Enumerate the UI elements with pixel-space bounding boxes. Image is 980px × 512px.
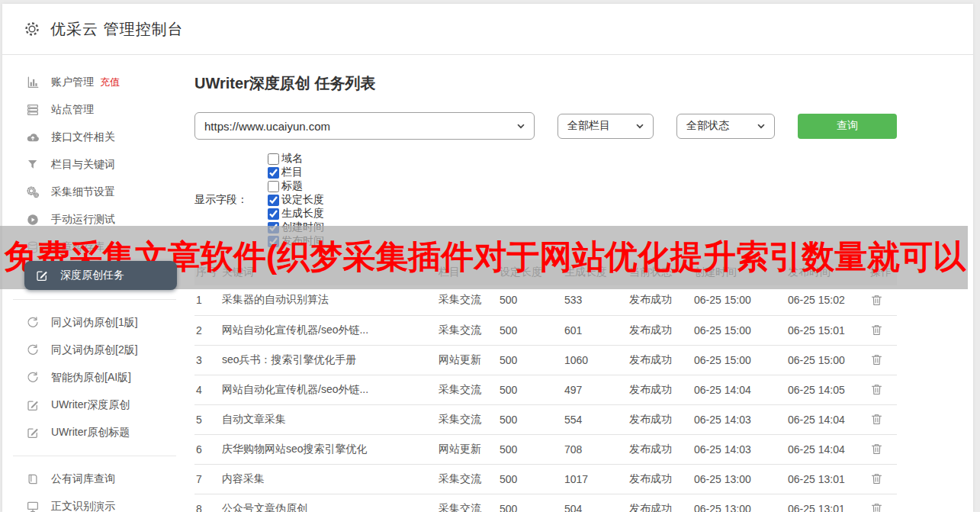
cell-created: 06-25 13:00 [692,464,786,494]
recharge-badge[interactable]: 充值 [100,76,120,89]
column-select[interactable]: 全部栏目 [557,114,654,139]
sidebar-item-label: 正文识别演示 [51,500,115,512]
delete-task-button[interactable] [870,353,883,367]
cell-created: 06-25 14:03 [692,434,786,464]
cell-created: 06-25 14:04 [692,375,786,404]
field-checkbox-生成长度[interactable]: 生成长度 [268,207,324,221]
chevron-down-icon [635,121,645,131]
edit-icon [26,398,40,412]
server-icon [26,103,40,117]
cell-published: 06-25 13:01 [786,494,869,512]
checkbox[interactable] [268,195,279,206]
sidebar-item-server[interactable]: 站点管理 [2,96,194,124]
sidebar-item-label: 采集细节设置 [51,185,115,199]
sidebar-item-label: 站点管理 [51,103,94,117]
gear-icon [24,21,40,37]
sidebar-item-book[interactable]: 公有词库查询 [2,465,194,493]
chevron-down-icon [756,121,766,131]
sidebar-item-label: 公有词库查询 [51,472,115,486]
sidebar-item-funnel[interactable]: 栏目与关键词 [2,151,194,179]
chevron-down-icon [516,121,526,131]
refresh-icon [26,371,40,385]
checkbox-label: 域名 [281,152,303,166]
cell-no: 2 [194,315,220,345]
task-table: 序号关键词栏目设定长度生成长度当前状态创建时间发布时间操作 1采集器的自动识别算… [194,259,897,512]
funnel-icon [26,158,40,172]
refresh-icon [26,371,40,385]
cell-no: 8 [194,494,220,512]
trash-icon [870,353,883,367]
trash-icon [870,501,883,512]
checkbox[interactable] [268,181,279,192]
cell-actions [869,315,897,345]
cell-keyword: seo兵书：搜索引擎优化手册 [220,345,437,375]
cell-published: 06-25 14:05 [786,375,869,404]
trash-icon [870,472,883,486]
delete-task-button[interactable] [870,442,883,456]
delete-task-button[interactable] [870,501,883,512]
edit-icon [35,269,49,282]
cell-status: 发布成功 [628,464,692,494]
cell-column: 采集交流 [437,494,498,512]
cell-column: 网站更新 [437,345,498,375]
cell-set-length: 500 [498,315,563,345]
sidebar-item-monitor[interactable]: 正文识别演示 [2,493,194,512]
cell-keyword: 网站自动化宣传机器/seo外链... [220,315,437,345]
cell-status: 发布成功 [628,345,692,375]
delete-task-button[interactable] [870,412,883,427]
cell-set-length: 500 [498,345,563,375]
sidebar-item-label: 同义词伪原创[2版] [51,343,138,357]
app-title: 优采云 管理控制台 [50,19,184,40]
checkbox[interactable] [268,153,279,165]
delete-task-button[interactable] [870,472,883,486]
cell-created: 06-25 13:00 [692,494,786,512]
field-checkbox-标题[interactable]: 标题 [268,179,324,193]
sidebar-item-label: 同义词伪原创[1版] [51,316,138,330]
sidebar-item-refresh[interactable]: 同义词伪原创[2版] [2,337,194,364]
gears-icon [26,185,40,199]
delete-task-button[interactable] [870,293,883,308]
monitor-icon [26,500,40,512]
field-checkbox-域名[interactable]: 域名 [268,152,324,166]
sidebar-item-chart-bars[interactable]: 账户管理充值 [2,69,194,96]
cell-actions [869,434,897,464]
cell-actions [869,464,897,494]
cell-gen-length: 497 [563,375,628,404]
cell-keyword: 网站自动化宣传机器/seo外链... [220,375,437,404]
sidebar-item-edit[interactable]: UWriter深度原创 [2,391,194,419]
cell-status: 发布成功 [628,375,692,404]
site-select-value: https://www.ucaiyun.com [204,120,330,133]
sidebar-item-edit[interactable]: 深度原创任务 [24,261,177,290]
checkbox-label: 栏目 [281,166,303,179]
cell-column: 采集交流 [437,375,498,404]
field-checkbox-设定长度[interactable]: 设定长度 [268,193,324,207]
delete-task-button[interactable] [870,382,883,397]
trash-icon [870,382,883,397]
cell-no: 7 [194,464,220,494]
sidebar-item-gears[interactable]: 采集细节设置 [2,179,194,206]
table-row: 7内容采集采集交流5001017发布成功06-25 13:0006-25 13:… [194,464,897,494]
sidebar-item-label: 深度原创任务 [60,269,124,282]
status-select[interactable]: 全部状态 [676,114,775,139]
site-select[interactable]: https://www.ucaiyun.com [194,112,535,140]
refresh-icon [26,316,40,330]
trash-icon [870,323,883,337]
delete-task-button[interactable] [870,323,883,337]
sidebar-item-edit[interactable]: UWriter原创标题 [2,419,194,446]
checkbox[interactable] [268,167,279,179]
cell-published: 06-25 15:02 [786,285,869,315]
field-checkbox-栏目[interactable]: 栏目 [268,166,324,179]
status-select-value: 全部状态 [686,119,729,133]
trash-icon [870,442,883,456]
query-button[interactable]: 查询 [798,114,897,139]
cell-published: 06-25 14:04 [786,404,869,434]
cell-gen-length: 504 [563,494,628,512]
chart-bars-icon [26,76,40,89]
checkbox[interactable] [268,208,279,220]
sidebar-item-refresh[interactable]: 同义词伪原创[1版] [2,309,194,337]
sidebar-item-refresh[interactable]: 智能伪原创[AI版] [2,364,194,391]
checkbox-label: 标题 [281,179,303,193]
cell-set-length: 500 [498,464,563,494]
sidebar-item-label: 栏目与关键词 [51,158,115,172]
sidebar-item-cloud-upload[interactable]: 接口文件相关 [2,124,194,151]
